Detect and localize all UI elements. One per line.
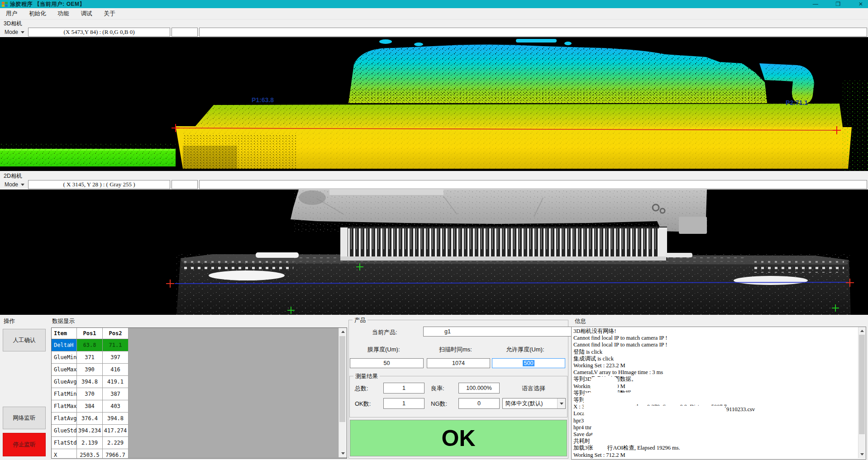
allow-thickness-label: 允许厚度(Um): [506, 346, 544, 354]
table-row[interactable]: FlatAvg376.4394.8 [52, 413, 129, 425]
result-status-banner: OK [350, 420, 567, 456]
menu-about[interactable]: 关于 [98, 8, 121, 19]
info-title: 信息 [575, 318, 586, 325]
table-header: Item Pos1 Pos2 [52, 328, 129, 339]
film-thickness-field[interactable]: 50 [350, 358, 424, 368]
redaction-blob [424, 327, 444, 335]
yield-field[interactable]: 100.000% [458, 383, 500, 394]
camera3d-status-cell2 [199, 28, 867, 37]
language-select-label: 语言选择 [522, 384, 545, 393]
log-line: 加载3张 行AOI检查, Elapsed 19296 ms. [572, 445, 866, 451]
camera2d-pixel-readout: ( X 3145, Y 28 ) : ( Gray 255 ) [28, 180, 170, 189]
scan-time-field[interactable]: 1074 [427, 358, 490, 368]
ok-count-label: OK数: [355, 400, 371, 408]
redaction-blob [584, 415, 639, 426]
table-row[interactable]: FlatMin370387 [52, 388, 129, 400]
menu-function[interactable]: 功能 [52, 8, 75, 19]
camera2d-section-label: 2D相机 [4, 172, 22, 180]
camera3d-image-view[interactable]: P1:63.8 P2:71.1 [0, 37, 868, 171]
table-scrollbar[interactable] [339, 328, 347, 457]
info-scrollbar[interactable] [858, 327, 866, 458]
chevron-down-icon [21, 184, 24, 186]
camera2d-image-view[interactable] [0, 190, 868, 315]
table-row[interactable]: GlueStd394.234417.274 [52, 425, 129, 437]
log-line: CameraLV array to HImage time : 3 ms [572, 369, 866, 376]
yield-label: 良率: [431, 384, 444, 393]
operations-title: 操作 [4, 318, 15, 325]
scroll-down-icon[interactable] [341, 452, 345, 455]
language-select-combo[interactable]: 简体中文(默认) [502, 398, 566, 409]
window-title: 涂胶程序 【当前用户: OEM】 [10, 0, 85, 8]
scrollbar-thumb[interactable] [859, 335, 865, 434]
grayscale-2d-render [0, 190, 868, 315]
chevron-down-icon [560, 403, 563, 405]
table-row[interactable]: FlatMax384403 [52, 400, 129, 413]
current-product-label: 当前产品: [372, 328, 397, 337]
menu-debug[interactable]: 调试 [75, 8, 98, 19]
stop-listen-button[interactable]: 停止监听 [3, 433, 46, 456]
total-label: 总数: [355, 384, 368, 393]
menu-initialize[interactable]: 初始化 [23, 8, 52, 19]
camera2d-status-cell [172, 180, 198, 189]
menu-bar: 用户 初始化 功能 调试 关于 [0, 8, 868, 19]
results-title: 测量结果 [353, 373, 380, 380]
ok-count-field[interactable]: 1 [383, 398, 424, 409]
camera2d-mode-dropdown[interactable]: Mode [0, 180, 28, 189]
log-line: 共耗时 [572, 438, 866, 445]
camera3d-pixel-readout: (X 5473,Y 84) : (R 0,G 0,B 0) [28, 28, 170, 37]
log-line: Cannot find local IP to match camera IP … [572, 335, 866, 341]
film-thickness-label: 膜厚度(Um): [367, 346, 400, 354]
camera3d-status-cell [172, 28, 198, 37]
scroll-down-icon[interactable] [860, 453, 864, 455]
ng-count-field[interactable]: 0 [458, 398, 500, 409]
results-groupbox: 测量结果 [349, 376, 568, 417]
log-line: 3D相机没有网络! [572, 328, 866, 335]
p1-measurement-label: P1:63.8 [252, 96, 274, 104]
log-line: Save dat [572, 431, 866, 438]
allow-thickness-field[interactable]: 500 [492, 358, 565, 368]
scan-time-label: 扫描时间ms: [439, 346, 472, 354]
data-grid[interactable]: Item Pos1 Pos2 DeltaH63.871.1 GlueMin371… [51, 327, 347, 459]
product-title: 产品 [353, 317, 367, 324]
menu-user[interactable]: 用户 [0, 8, 23, 19]
heightmap-3d-render: P1:63.8 P2:71.1 [0, 37, 868, 171]
camera2d-mode-bar: Mode ( X 3145, Y 28 ) : ( Gray 255 ) [0, 180, 868, 190]
redaction-blob [584, 393, 636, 417]
log-line: Working Set : 223.2 M [572, 362, 866, 369]
scroll-up-icon[interactable] [860, 330, 864, 332]
current-product-field[interactable]: g1 [423, 327, 587, 337]
camera2d-status-cell2 [199, 180, 867, 189]
close-icon[interactable]: ✕ [856, 0, 865, 8]
log-line: 集成调试 is click [572, 356, 866, 362]
data-display-title: 数据显示 [52, 318, 75, 325]
title-bar[interactable]: 涂胶程序 【当前用户: OEM】 — ❐ ✕ [0, 0, 868, 8]
p2-measurement-label: P2:71.1 [786, 99, 808, 106]
network-listen-button[interactable]: 网络监听 [3, 407, 46, 429]
table-row[interactable]: GlueAvg394.8419.1 [52, 376, 129, 388]
redaction-blob [633, 406, 725, 415]
camera3d-mode-bar: Mode (X 5473,Y 84) : (R 0,G 0,B 0) [0, 27, 868, 37]
redaction-blob [589, 435, 599, 441]
application-window: 涂胶程序 【当前用户: OEM】 — ❐ ✕ 用户 初始化 功能 调试 关于 3… [0, 0, 868, 460]
table-row[interactable]: X2503.57966.7 [52, 449, 129, 459]
scrollbar-thumb[interactable] [339, 336, 345, 422]
log-line: Working Set : 712.2 M [572, 452, 866, 459]
saved-csv-filename: 9110233.csv [726, 406, 755, 413]
redaction-blob [591, 377, 618, 395]
table-row[interactable]: GlueMin371397 [52, 351, 129, 364]
camera3d-mode-dropdown[interactable]: Mode [0, 28, 28, 37]
total-field[interactable]: 1 [383, 383, 424, 394]
table-row[interactable]: DeltaH63.871.1 [52, 339, 129, 351]
manual-confirm-button[interactable]: 人工确认 [3, 329, 46, 351]
maximize-icon[interactable]: ❐ [834, 0, 843, 8]
app-icon [2, 2, 8, 7]
log-line: 登陆 is click [572, 349, 866, 356]
table-row[interactable]: FlatStd2.1392.229 [52, 437, 129, 449]
table-row[interactable]: GlueMax390416 [52, 364, 129, 376]
camera3d-section-label: 3D相机 [4, 20, 22, 28]
scroll-up-icon[interactable] [341, 331, 345, 333]
minimize-icon[interactable]: — [811, 0, 820, 8]
log-line: Cannot find local IP to match camera IP … [572, 341, 866, 348]
ng-count-label: NG数: [431, 400, 447, 408]
chevron-down-icon [21, 31, 24, 33]
